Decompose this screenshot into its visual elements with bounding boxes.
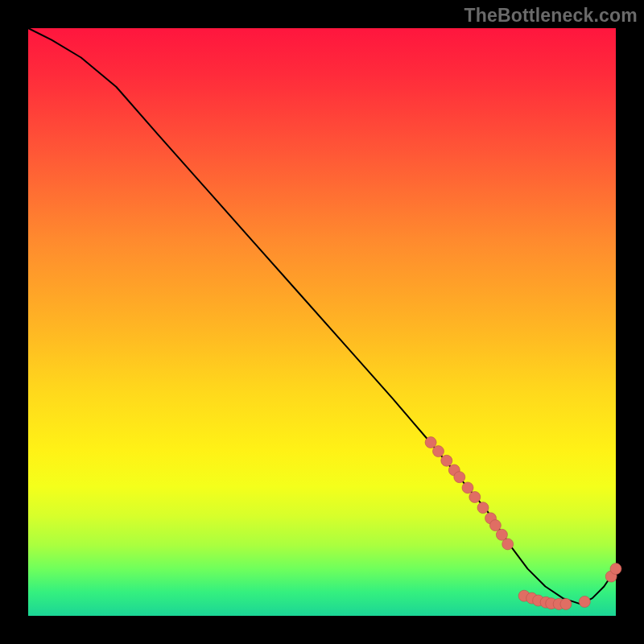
data-point [469, 492, 481, 503]
data-point [579, 597, 590, 608]
chart-svg [28, 28, 616, 616]
plot-area [28, 28, 616, 616]
data-point [502, 539, 514, 550]
data-point [454, 472, 465, 483]
data-point [477, 502, 489, 514]
data-point [441, 455, 452, 466]
data-point [610, 564, 621, 575]
curve-line [28, 28, 616, 604]
data-point [425, 437, 436, 448]
watermark-text: TheBottleneck.com [464, 5, 638, 27]
data-points [425, 437, 621, 610]
chart-frame: TheBottleneck.com [0, 0, 644, 644]
data-point [560, 598, 572, 609]
data-point [489, 520, 501, 531]
data-point [462, 482, 473, 493]
data-point [433, 446, 444, 457]
